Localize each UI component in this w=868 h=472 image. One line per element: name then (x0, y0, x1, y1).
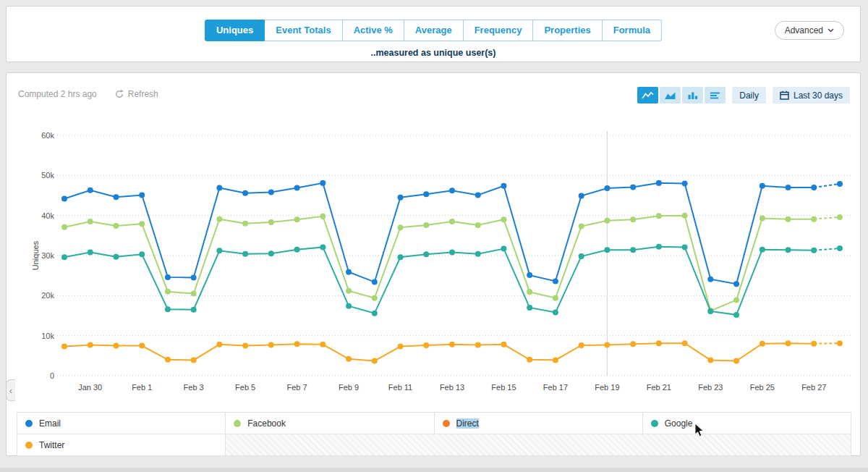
legend-item-google[interactable]: Google (643, 413, 851, 434)
svg-text:Feb 19: Feb 19 (595, 383, 619, 392)
metric-subtitle: ..measured as unique user(s) (7, 48, 860, 58)
tab-event-totals[interactable]: Event Totals (265, 20, 342, 41)
svg-text:Feb 23: Feb 23 (698, 383, 723, 392)
horizontal-bar-chart-button[interactable] (705, 87, 726, 104)
tab-active-pct[interactable]: Active % (343, 20, 404, 41)
tab-uniques[interactable]: Uniques (205, 20, 265, 41)
svg-text:Feb 3: Feb 3 (184, 383, 204, 392)
email-series-dot (25, 420, 33, 427)
svg-text:Feb 21: Feb 21 (647, 383, 671, 392)
refresh-label: Refresh (128, 89, 158, 99)
facebook-series-dot (234, 420, 241, 427)
line-chart-button[interactable] (637, 87, 658, 104)
window-bottom-edge (0, 468, 868, 472)
svg-text:30k: 30k (41, 251, 54, 260)
refresh-button[interactable]: Refresh (114, 89, 158, 99)
computed-timestamp: Computed 2 hrs ago (18, 89, 97, 99)
svg-text:Feb 25: Feb 25 (750, 383, 775, 392)
twitter-series-dot (25, 442, 33, 449)
line-chart[interactable]: 010k20k30k40k50k60kJan 30Feb 1Feb 3Feb 5… (14, 118, 856, 399)
svg-text:Uniques: Uniques (31, 240, 40, 270)
advanced-label: Advanced (785, 25, 823, 35)
horizontal-bar-chart-icon (710, 91, 720, 100)
date-range-button[interactable]: Last 30 days (773, 87, 850, 104)
legend-label-email: Email (39, 418, 61, 429)
svg-text:Feb 5: Feb 5 (235, 383, 255, 392)
legend-label-google: Google (665, 418, 693, 429)
area-chart-button[interactable] (660, 87, 681, 104)
svg-text:20k: 20k (41, 291, 54, 300)
legend-label-direct: Direct (456, 418, 479, 429)
legend-item-email[interactable]: Email (17, 413, 226, 434)
metric-toolbar-panel: Uniques Event Totals Active % Average Fr… (6, 6, 861, 62)
direct-series-dot (443, 420, 450, 427)
google-series-dot (651, 420, 658, 427)
bar-chart-icon (687, 91, 699, 100)
svg-text:Feb 9: Feb 9 (339, 383, 359, 392)
advanced-button[interactable]: Advanced (775, 21, 844, 40)
legend-item-direct[interactable]: Direct (435, 413, 643, 434)
svg-text:40k: 40k (41, 211, 54, 220)
svg-text:Jan 30: Jan 30 (78, 383, 102, 392)
legend-item-facebook[interactable]: Facebook (226, 413, 434, 434)
tab-frequency[interactable]: Frequency (464, 20, 534, 41)
svg-text:Feb 17: Feb 17 (543, 383, 568, 392)
svg-text:Feb 11: Feb 11 (388, 383, 412, 392)
svg-text:10k: 10k (41, 332, 54, 340)
legend-label-facebook: Facebook (247, 418, 286, 429)
date-range-label: Last 30 days (793, 90, 843, 101)
svg-text:Feb 27: Feb 27 (801, 383, 826, 392)
tab-formula[interactable]: Formula (603, 20, 662, 41)
legend-label-twitter: Twitter (39, 440, 64, 450)
chart-controls: Daily Last 30 days (637, 87, 850, 104)
legend-item-twitter[interactable]: Twitter (17, 434, 226, 456)
legend-empty-area (226, 434, 851, 456)
svg-text:Feb 7: Feb 7 (287, 383, 307, 392)
chart-panel: Computed 2 hrs ago Refresh (6, 72, 861, 456)
svg-text:Feb 15: Feb 15 (491, 383, 516, 392)
chevron-down-icon (827, 28, 834, 33)
series-legend: Email Facebook Direct Google Twitter (17, 412, 851, 456)
daily-interval-button[interactable]: Daily (732, 87, 766, 104)
refresh-icon (114, 89, 124, 99)
bar-chart-button[interactable] (682, 87, 703, 104)
metric-tabs: Uniques Event Totals Active % Average Fr… (205, 20, 662, 41)
area-chart-icon (664, 91, 676, 100)
tab-properties[interactable]: Properties (533, 20, 602, 41)
line-chart-icon (642, 91, 654, 100)
collapse-panel-handle[interactable]: ‹ (6, 379, 15, 401)
svg-text:Feb 1: Feb 1 (132, 383, 152, 392)
chart-type-switcher (637, 87, 726, 104)
svg-text:Feb 13: Feb 13 (440, 383, 464, 392)
svg-text:0: 0 (50, 371, 54, 380)
svg-text:60k: 60k (41, 131, 54, 140)
svg-text:50k: 50k (41, 171, 54, 180)
tab-average[interactable]: Average (404, 20, 464, 41)
calendar-icon (780, 90, 789, 100)
